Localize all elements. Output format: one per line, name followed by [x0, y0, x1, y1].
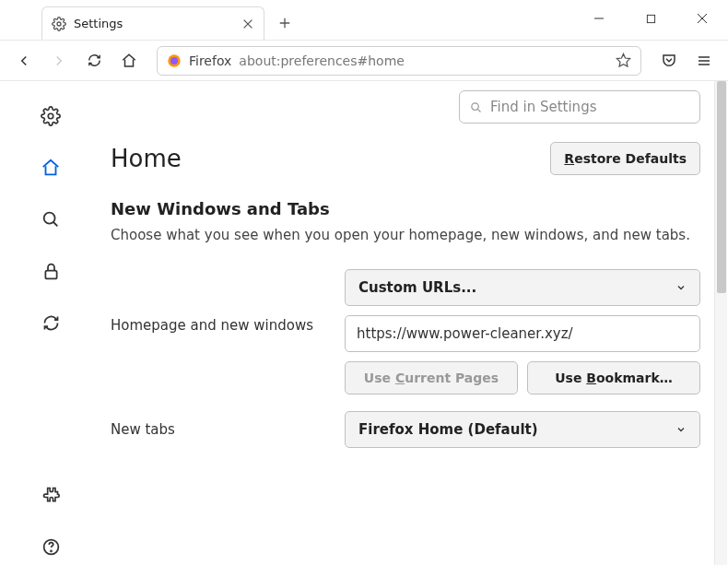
toolbar: Firefox about:preferences#home — [0, 41, 728, 81]
chevron-down-icon — [675, 282, 687, 293]
page-title: Home — [111, 145, 182, 172]
homepage-label: Homepage and new windows — [111, 269, 326, 334]
svg-point-9 — [472, 102, 479, 110]
search-placeholder: Find in Settings — [490, 99, 596, 115]
use-bookmark-button[interactable]: Use Bookmark… — [527, 361, 700, 394]
pocket-button[interactable] — [654, 46, 684, 76]
content-area: Find in Settings Home Restore Defaults N… — [0, 81, 728, 565]
star-icon[interactable] — [616, 53, 631, 68]
svg-rect-6 — [45, 270, 56, 278]
reload-button[interactable] — [79, 46, 109, 76]
sidebar-privacy[interactable] — [32, 253, 69, 289]
svg-point-4 — [48, 113, 53, 119]
title-bar: Settings — [0, 0, 728, 41]
url-path: about:preferences#home — [239, 53, 405, 68]
close-window-button[interactable] — [676, 0, 728, 37]
newtabs-label: New tabs — [111, 421, 326, 438]
section-desc: Choose what you see when you open your h… — [111, 226, 700, 245]
newtabs-select[interactable]: Firefox Home (Default) — [345, 411, 700, 448]
forward-button[interactable] — [44, 46, 74, 76]
maximize-button[interactable] — [625, 0, 676, 37]
homepage-url-input[interactable] — [345, 315, 700, 352]
chevron-down-icon — [675, 424, 687, 435]
sidebar-home[interactable] — [32, 149, 69, 186]
sidebar-search[interactable] — [32, 201, 69, 238]
scrollbar-track[interactable] — [714, 81, 727, 565]
sidebar — [0, 81, 101, 565]
homepage-select[interactable]: Custom URLs... — [345, 269, 700, 306]
sidebar-general[interactable] — [32, 98, 69, 135]
menu-button[interactable] — [689, 46, 719, 76]
window-controls — [573, 0, 728, 37]
scrollbar-thumb[interactable] — [717, 81, 726, 293]
restore-defaults-button[interactable]: Restore Defaults — [550, 142, 700, 175]
back-button[interactable] — [9, 46, 39, 76]
new-tab-button[interactable] — [274, 12, 296, 34]
svg-point-3 — [170, 57, 178, 65]
homepage-select-value: Custom URLs... — [358, 279, 476, 296]
firefox-icon — [167, 53, 182, 68]
svg-point-0 — [57, 22, 61, 26]
use-current-pages-button[interactable]: Use Current Pages — [345, 361, 518, 394]
section-heading: New Windows and Tabs — [111, 199, 700, 218]
close-icon[interactable] — [241, 18, 254, 30]
gear-icon — [52, 17, 66, 31]
sidebar-help[interactable] — [32, 528, 69, 565]
browser-tab[interactable]: Settings — [41, 6, 264, 40]
search-input[interactable]: Find in Settings — [459, 90, 700, 124]
url-brand: Firefox — [189, 53, 231, 68]
svg-point-8 — [50, 550, 51, 551]
minimize-button[interactable] — [573, 0, 625, 37]
newtabs-select-value: Firefox Home (Default) — [358, 421, 538, 438]
sidebar-sync[interactable] — [32, 304, 69, 341]
main-panel: Find in Settings Home Restore Defaults N… — [101, 81, 728, 565]
svg-rect-1 — [647, 15, 654, 22]
url-bar[interactable]: Firefox about:preferences#home — [157, 46, 641, 76]
tab-title: Settings — [74, 17, 234, 30]
search-icon — [469, 100, 483, 114]
sidebar-extensions[interactable] — [32, 477, 69, 513]
home-button[interactable] — [114, 46, 144, 76]
